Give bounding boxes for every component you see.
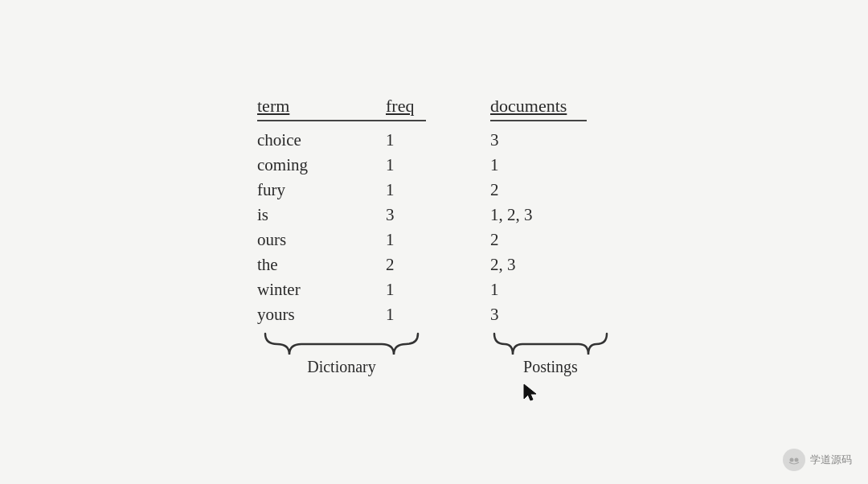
postings-row: 2, 3 xyxy=(490,255,587,275)
postings-header: documents xyxy=(490,96,587,121)
term-cell: coming xyxy=(257,155,338,175)
table-row: is 3 xyxy=(257,205,426,225)
freq-cell: 1 xyxy=(386,280,426,300)
dictionary-label: Dictionary xyxy=(307,358,376,376)
table-row: winter 1 xyxy=(257,280,426,300)
freq-cell: 1 xyxy=(386,180,426,200)
term-cell: is xyxy=(257,205,338,225)
svg-marker-0 xyxy=(524,384,536,400)
term-cell: ours xyxy=(257,230,338,250)
postings-row: 3 xyxy=(490,305,587,325)
freq-cell: 2 xyxy=(386,255,426,275)
term-cell: yours xyxy=(257,305,338,325)
term-cell: the xyxy=(257,255,338,275)
col-term-header: term xyxy=(257,96,338,117)
term-cell: choice xyxy=(257,130,338,150)
freq-cell: 1 xyxy=(386,305,426,325)
freq-cell: 1 xyxy=(386,155,426,175)
postings-brace-container: Postings xyxy=(490,332,611,376)
postings-row: 3 xyxy=(490,130,587,150)
postings-row: 2 xyxy=(490,180,587,200)
table-header: term freq xyxy=(257,96,426,121)
postings-row: 1, 2, 3 xyxy=(490,205,587,225)
postings-row: 1 xyxy=(490,155,587,175)
watermark: 学道源码 xyxy=(783,449,852,471)
svg-point-3 xyxy=(795,458,799,462)
watermark-text: 学道源码 xyxy=(810,453,852,467)
postings-row: 2 xyxy=(490,230,587,250)
col-freq-header: freq xyxy=(386,96,426,117)
cursor-indicator xyxy=(522,383,538,405)
svg-point-2 xyxy=(790,458,794,462)
term-cell: fury xyxy=(257,180,338,200)
term-cell: winter xyxy=(257,280,338,300)
postings-brace-icon xyxy=(490,332,611,356)
main-container: term freq choice 1 coming 1 fury 1 is 3 … xyxy=(257,80,611,405)
table-row: coming 1 xyxy=(257,155,426,175)
dictionary-brace-icon xyxy=(261,332,422,356)
postings-label: Postings xyxy=(523,358,578,376)
freq-cell: 1 xyxy=(386,230,426,250)
freq-cell: 1 xyxy=(386,130,426,150)
postings-row: 1 xyxy=(490,280,587,300)
svg-point-1 xyxy=(786,452,802,468)
postings-section: documents 3 1 2 1, 2, 3 2 2, 3 1 3 Posti… xyxy=(490,96,611,405)
table-row: fury 1 xyxy=(257,180,426,200)
table-row: yours 1 xyxy=(257,305,426,325)
table-row: ours 1 xyxy=(257,230,426,250)
watermark-icon xyxy=(783,449,805,471)
table-row: choice 1 xyxy=(257,130,426,150)
freq-cell: 3 xyxy=(386,205,426,225)
table-row: the 2 xyxy=(257,255,426,275)
dictionary-section: term freq choice 1 coming 1 fury 1 is 3 … xyxy=(257,96,426,376)
dictionary-brace-container: Dictionary xyxy=(257,332,426,376)
